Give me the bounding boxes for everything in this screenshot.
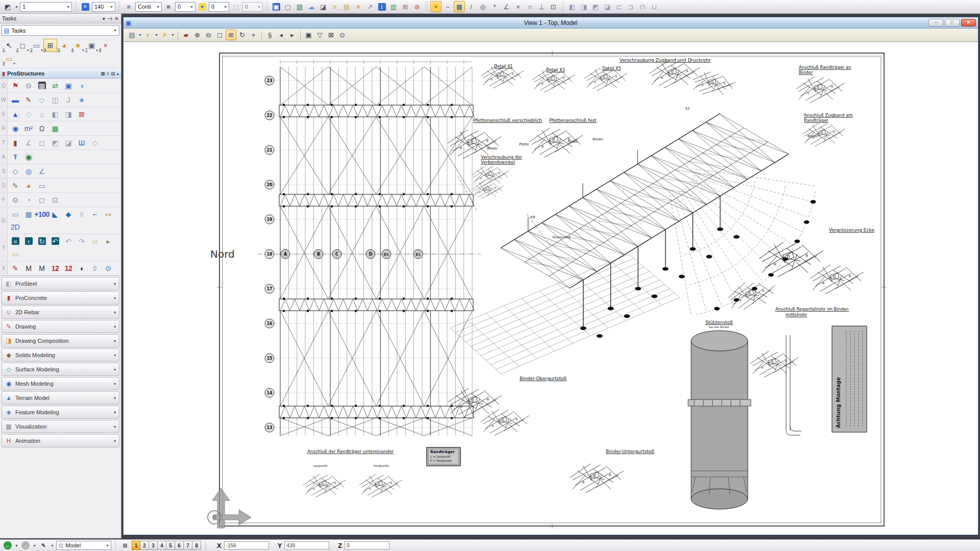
tasks-combo[interactable]: ▤ Tasks ▾ [2, 25, 119, 36]
search-wrench-icon[interactable]: ⊙ [22, 79, 35, 92]
view-groups-icon[interactable]: ⊞ [120, 540, 130, 550]
glass-cube-icon[interactable]: ◇ [22, 108, 35, 120]
multi-snap-icon[interactable]: ⊡ [548, 1, 559, 12]
dim-1-icon[interactable]: ↦ [102, 208, 115, 220]
id-frame-icon[interactable]: ◻ [35, 193, 48, 206]
section-mesh-modeling[interactable]: ◉Mesh Modeling▾ [2, 377, 119, 390]
zoom-in-icon[interactable]: ⊕ [192, 30, 203, 40]
restore-button[interactable]: □ [945, 19, 960, 27]
view-list-icon[interactable]: ≡ [107, 71, 109, 76]
section-proconcrete[interactable]: ▮ProConcrete▾ [2, 291, 119, 305]
line-style-icon[interactable]: ≡ [123, 1, 134, 12]
palette-icon[interactable]: ◕ [22, 179, 35, 192]
cube-icon[interactable]: ◇ [9, 165, 22, 178]
task-tool-8[interactable]: 8× [99, 39, 112, 52]
info-lens-icon[interactable]: ⊙ [9, 193, 22, 206]
properties-icon[interactable]: ▥ [388, 1, 399, 12]
ab12-a-icon[interactable]: 12 [48, 262, 62, 274]
mesh-diamond-icon[interactable]: ◇ [88, 136, 102, 149]
box-fwd-icon[interactable]: ▸ [102, 235, 115, 247]
forward-icon[interactable]: → [20, 540, 31, 550]
profile-c-icon[interactable]: ◫ [48, 93, 62, 106]
rotate-view-icon[interactable]: ↻ [237, 30, 248, 40]
query-icon[interactable]: ◔ [22, 193, 35, 206]
walk-icon[interactable]: § [264, 30, 275, 40]
chevron-down-icon[interactable]: ▾ [154, 33, 159, 37]
task-tool-2[interactable]: 2◻▸ [16, 39, 30, 52]
element-graph-icon[interactable]: ↗ [364, 1, 376, 12]
search-1-icon[interactable]: ⊙ [102, 262, 115, 274]
view-previous-icon[interactable]: ◂ [276, 30, 286, 40]
levels-icon[interactable]: ▤ [341, 1, 352, 12]
active-level-combo[interactable]: 140 ▾ [92, 2, 115, 12]
model-combo[interactable]: ⊡ Model ▾ [56, 541, 111, 550]
view-toggle-4[interactable]: 4 [158, 541, 166, 550]
references-icon[interactable]: ≡ [329, 1, 340, 12]
acs-move-icon[interactable]: ◨ [578, 1, 590, 12]
x-input[interactable] [224, 541, 269, 549]
raster-image-icon[interactable]: ◪ [317, 1, 329, 12]
section-visualization[interactable]: ▦Visualization▾ [2, 420, 119, 433]
power-icon[interactable]: ◉ [9, 122, 22, 135]
shape-insert-icon[interactable]: ▣ [62, 79, 75, 92]
view-toggle-7[interactable]: 7 [184, 541, 192, 550]
forward-dropdown[interactable]: ▾ [32, 543, 37, 548]
clip-mask-icon[interactable]: ⊠ [326, 30, 336, 40]
view-toggle-1[interactable]: 1 [132, 541, 140, 550]
undo-doc-icon[interactable]: ↶ [48, 235, 62, 247]
new-file-icon[interactable]: ▢ [282, 1, 293, 12]
section-terrain-model[interactable]: ▲Terrain Model▾ [2, 391, 119, 405]
dark-grid-icon[interactable]: ▦ [35, 79, 48, 92]
line-weight-icon[interactable]: ≡ [163, 1, 174, 12]
auger-icon[interactable]: Ŧ [9, 151, 22, 163]
circles-icon[interactable]: ◎ [22, 165, 35, 178]
element-info-icon[interactable]: i [376, 1, 387, 12]
dim-m2-icon[interactable]: M [35, 262, 48, 274]
acs-grid-lock-icon[interactable]: ⊓ [637, 1, 648, 12]
angle-icon[interactable]: ∠ [22, 136, 35, 149]
clip-volume-icon[interactable]: ▽ [314, 30, 325, 40]
window-area-icon[interactable]: ◻ [214, 30, 225, 40]
modeling-cube-icon[interactable]: ▣ [271, 1, 282, 12]
compare-icon[interactable]: ◑ [75, 79, 88, 92]
rotate-h-icon[interactable]: ◉ [22, 151, 35, 163]
active-color-combo[interactable]: 0 ▾ [209, 2, 229, 12]
flat-rect-icon[interactable]: ▭ [9, 208, 22, 220]
section-feature-modeling[interactable]: ◈Feature Modeling▾ [2, 406, 119, 419]
fold-icon[interactable]: ◆ [62, 208, 75, 220]
y-input[interactable] [284, 541, 329, 549]
drawing-canvas[interactable]: 2322212019181716151413ABCDD1E1 [124, 42, 978, 535]
view-brightness-icon[interactable]: ☀ [159, 30, 170, 40]
fit-view-icon[interactable]: ⊞ [226, 30, 236, 40]
acs-b-icon[interactable]: ◨ [62, 108, 75, 120]
view-attributes-icon[interactable]: ▤ [127, 30, 137, 40]
view-window-titlebar[interactable]: ▣ View 1 - Top, Model — □ ✕ [124, 17, 978, 29]
display-style-icon[interactable]: ◐ [143, 30, 154, 40]
arc-snap-icon[interactable]: ∩ [524, 1, 535, 12]
trim-icon[interactable]: ∠ [35, 165, 48, 178]
column-icon[interactable]: ▮ [9, 136, 22, 149]
view-toggle-3[interactable]: 3 [149, 541, 158, 550]
section-2d-rebar[interactable]: ∪2D Rebar▾ [2, 306, 119, 319]
paint-tag-icon[interactable]: ✎ [9, 262, 22, 274]
transform-icon[interactable]: ⇄ [48, 79, 62, 92]
burst-icon[interactable]: ★ [75, 93, 88, 106]
transparency-icon[interactable]: ◻ [230, 1, 241, 12]
pointer-dropdown[interactable]: ▾ [50, 543, 55, 548]
folder-box-icon[interactable]: ▭ [9, 247, 22, 260]
collapse-icon[interactable]: ▴ [116, 71, 119, 76]
acs-select-icon[interactable]: ◩ [590, 1, 601, 12]
text-2d-icon[interactable]: 2D [9, 220, 22, 233]
tag-1-icon[interactable]: ◊ [75, 208, 88, 220]
export-doc-icon[interactable]: ‹ [22, 235, 35, 247]
task-tool-3[interactable]: 3▭▸ [30, 39, 43, 52]
lamp-icon[interactable]: ⌐ [88, 208, 102, 220]
models-icon[interactable]: ▤ [294, 1, 305, 12]
task-tool-9[interactable]: 9▭▸ [2, 52, 16, 65]
section-animation[interactable]: HAnimation▾ [2, 434, 119, 447]
area-m2-icon[interactable]: m² [22, 122, 35, 135]
section-drawing-composition[interactable]: ◨Drawing Composition▾ [2, 334, 119, 347]
perpendicular-snap-icon[interactable]: ⊥ [536, 1, 547, 12]
delete-element-icon[interactable]: ⊘ [411, 1, 423, 12]
family-icon[interactable]: Ω [35, 122, 48, 135]
